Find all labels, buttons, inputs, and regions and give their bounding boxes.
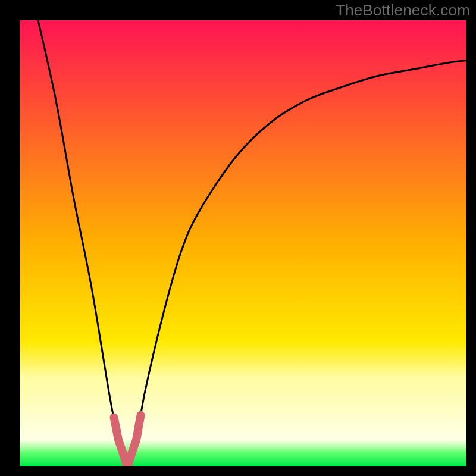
gradient-background: [20, 20, 466, 466]
watermark-text: TheBottleneck.com: [336, 1, 470, 20]
bottleneck-plot: [20, 20, 466, 466]
chart-frame: TheBottleneck.com: [0, 0, 476, 476]
